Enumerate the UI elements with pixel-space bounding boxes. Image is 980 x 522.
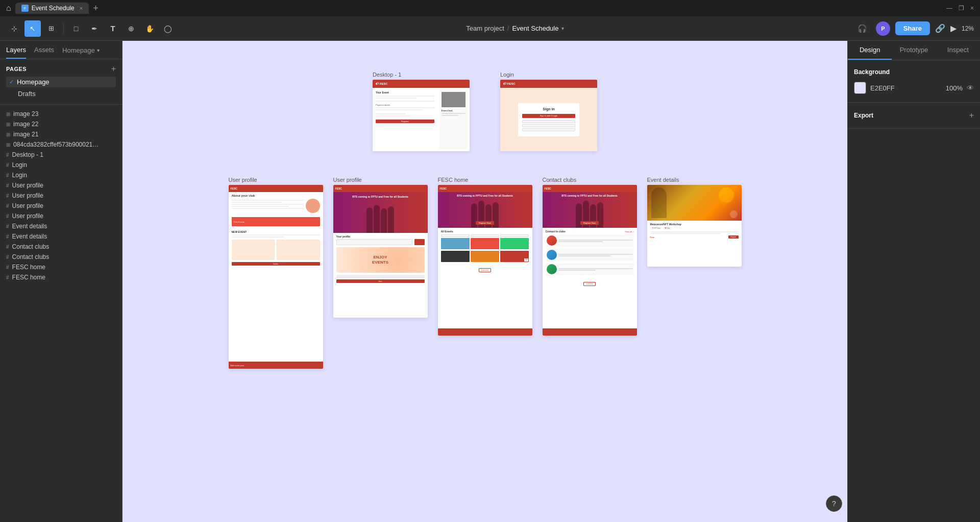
pages-section-title: Pages: [6, 66, 27, 72]
layer-contactclubs1-label: Contact clubs: [12, 243, 50, 250]
frame-login-label: Login: [500, 72, 597, 78]
breadcrumb-sep: /: [507, 25, 509, 32]
right-tab-design[interactable]: Design: [848, 41, 892, 60]
layer-userprofile3[interactable]: # User profile: [0, 201, 122, 211]
layer-feschome1-label: FESC home: [12, 264, 45, 271]
layer-contactclubs1[interactable]: # Contact clubs: [0, 242, 122, 252]
tab-homepage[interactable]: Homepage ▾: [62, 41, 100, 59]
background-color-value[interactable]: E2E0FF: [870, 84, 942, 92]
right-tab-inspect[interactable]: Inspect: [936, 41, 980, 60]
frame-contactclubs-label: Contact clubs: [543, 177, 637, 183]
background-color-swatch[interactable]: [854, 82, 866, 94]
layer-image21[interactable]: ⊞ image 21: [0, 129, 122, 139]
frame-userprofile2[interactable]: User profile FESC: [333, 177, 428, 369]
text-tool[interactable]: T: [105, 20, 121, 37]
layer-eventdetails1[interactable]: # Event details: [0, 221, 122, 231]
layer-userprofile4-label: User profile: [12, 212, 43, 220]
tab-assets[interactable]: Assets: [34, 41, 54, 59]
home-icon[interactable]: ⌂: [6, 4, 11, 13]
headphone-icon[interactable]: 🎧: [854, 20, 871, 37]
avatar: P: [876, 21, 890, 36]
pen-tool[interactable]: ✒: [86, 20, 103, 37]
export-section-title: Export: [854, 112, 873, 119]
layer-image21-label: image 21: [13, 131, 38, 138]
layer-084cda[interactable]: ⊞ 084cda3282cffef573b9000219ba...: [0, 139, 122, 150]
layer-feschome2-label: FESC home: [12, 274, 45, 281]
layer-eventdetails2-label: Event details: [12, 233, 47, 240]
tab-layers[interactable]: Layers: [6, 41, 26, 59]
right-tab-prototype[interactable]: Prototype: [892, 41, 936, 60]
frame-tool[interactable]: ⊞: [43, 20, 59, 37]
frame-userprofile2-label: User profile: [333, 177, 428, 183]
grid-tool[interactable]: ⊹: [6, 20, 22, 37]
background-section-title: Background: [854, 68, 974, 76]
layer-eventdetails2[interactable]: # Event details: [0, 231, 122, 242]
layer-image23[interactable]: ⊞ image 23: [0, 109, 122, 119]
play-icon[interactable]: ▶: [950, 23, 957, 33]
layer-login2-label: Login: [12, 172, 27, 179]
select-tool[interactable]: ↖: [24, 20, 41, 37]
layer-userprofile1[interactable]: # User profile: [0, 180, 122, 191]
layer-userprofile3-label: User profile: [12, 202, 43, 209]
add-page-icon[interactable]: +: [111, 64, 116, 74]
shape-tool[interactable]: □: [68, 20, 84, 37]
add-tab-icon[interactable]: +: [93, 3, 99, 14]
layer-desktop1[interactable]: # Desktop - 1: [0, 150, 122, 160]
frame-eventdetails-label: Event details: [647, 177, 742, 183]
link-icon[interactable]: 🔗: [935, 23, 945, 33]
layer-userprofile2-label: User profile: [12, 192, 43, 199]
share-button[interactable]: Share: [895, 21, 930, 35]
page-item-homepage[interactable]: ✓ Homepage: [6, 77, 116, 87]
tab-label: Event Schedule: [32, 5, 75, 12]
page-homepage-label: Homepage: [17, 78, 50, 86]
layer-userprofile4[interactable]: # User profile: [0, 211, 122, 221]
layer-login1-label: Login: [12, 161, 27, 169]
layer-feschome1[interactable]: # FESC home: [0, 262, 122, 272]
frame-feschome-label: FESC home: [438, 177, 532, 183]
page-dropdown-icon[interactable]: ▾: [561, 26, 564, 31]
background-opacity-value[interactable]: 100%: [946, 84, 963, 92]
page-drafts-label: Drafts: [18, 90, 36, 98]
layer-contactclubs2-label: Contact clubs: [12, 253, 50, 260]
zoom-level[interactable]: 12%: [962, 25, 974, 32]
frame-contactclubs[interactable]: Contact clubs FESC: [543, 177, 637, 369]
eye-icon[interactable]: 👁: [967, 84, 974, 92]
layer-image22[interactable]: ⊞ image 22: [0, 119, 122, 129]
frame-userprofile1[interactable]: User profile FESC About your club: [229, 177, 323, 369]
layer-feschome2[interactable]: # FESC home: [0, 272, 122, 282]
comment-tool[interactable]: ◯: [160, 20, 176, 37]
frame-desktop1-label: Desktop - 1: [373, 72, 470, 78]
layer-contactclubs2[interactable]: # Contact clubs: [0, 252, 122, 262]
hand-tool[interactable]: ✋: [141, 20, 158, 37]
help-button[interactable]: ?: [826, 495, 842, 512]
add-export-icon[interactable]: +: [969, 111, 974, 120]
active-tab[interactable]: F Event Schedule ×: [15, 3, 89, 14]
layer-image22-label: image 22: [13, 121, 38, 128]
layer-login2[interactable]: # Login: [0, 170, 122, 180]
layer-084cda-label: 084cda3282cffef573b9000219ba...: [13, 141, 100, 148]
project-name[interactable]: Team project: [466, 25, 504, 32]
component-tool[interactable]: ⊕: [123, 20, 139, 37]
tab-close-icon[interactable]: ×: [80, 5, 83, 11]
frame-eventdetails[interactable]: Event details Metave: [647, 177, 742, 369]
layer-eventdetails1-label: Event details: [12, 223, 47, 230]
page-item-drafts[interactable]: Drafts: [6, 88, 116, 99]
layer-userprofile2[interactable]: # User profile: [0, 191, 122, 201]
frame-userprofile1-label: User profile: [229, 177, 323, 183]
frame-login[interactable]: Login 🏷 FESC Sign in Sign in with Google: [500, 72, 597, 151]
canvas: Desktop - 1 🏷 FESC Your Event: [122, 41, 847, 522]
frame-desktop1[interactable]: Desktop - 1 🏷 FESC Your Event: [373, 72, 470, 151]
page-name[interactable]: Event Schedule: [512, 25, 558, 32]
layer-userprofile1-label: User profile: [12, 182, 43, 189]
layer-desktop1-label: Desktop - 1: [12, 151, 43, 158]
frame-feschome[interactable]: FESC home FESC: [438, 177, 532, 369]
layer-login1[interactable]: # Login: [0, 160, 122, 170]
layer-image23-label: image 23: [13, 110, 38, 117]
